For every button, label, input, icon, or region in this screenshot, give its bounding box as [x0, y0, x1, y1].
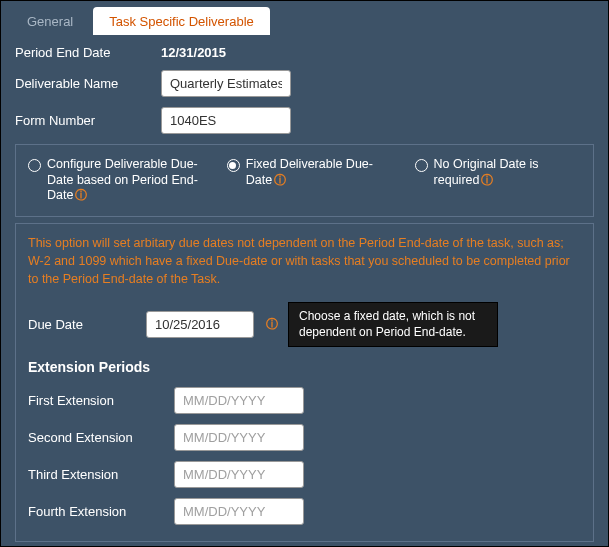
tab-task-specific-deliverable[interactable]: Task Specific Deliverable: [93, 7, 270, 35]
radio-configure-due-date[interactable]: Configure Deliverable Due-Date based on …: [28, 157, 205, 204]
info-icon[interactable]: ⓘ: [274, 173, 286, 188]
due-date-tooltip: Choose a fixed date, which is not depend…: [288, 302, 498, 347]
period-end-date-value: 12/31/2015: [161, 45, 226, 60]
info-icon[interactable]: ⓘ: [266, 316, 278, 333]
first-extension-input[interactable]: [174, 387, 304, 414]
radio-configure-label: Configure Deliverable Due-Date based on …: [47, 157, 198, 202]
fourth-extension-input[interactable]: [174, 498, 304, 525]
period-end-date-label: Period End Date: [15, 45, 161, 60]
first-extension-label: First Extension: [28, 393, 174, 408]
deliverable-name-input[interactable]: [161, 70, 291, 97]
tab-bar: General Task Specific Deliverable: [1, 1, 608, 35]
tab-general[interactable]: General: [11, 7, 89, 35]
second-extension-label: Second Extension: [28, 430, 174, 445]
radio-icon: [415, 159, 428, 172]
form-content: Period End Date 12/31/2015 Deliverable N…: [1, 35, 608, 542]
radio-fixed-label: Fixed Deliverable Due-Date: [246, 157, 373, 187]
third-extension-input[interactable]: [174, 461, 304, 488]
fourth-extension-label: Fourth Extension: [28, 504, 174, 519]
info-icon[interactable]: ⓘ: [481, 173, 493, 188]
due-date-mode-box: Configure Deliverable Due-Date based on …: [15, 144, 594, 217]
radio-icon: [227, 159, 240, 172]
footer: ADD: [1, 542, 608, 547]
due-date-label: Due Date: [28, 317, 136, 332]
info-icon[interactable]: ⓘ: [75, 188, 87, 203]
form-number-input[interactable]: [161, 107, 291, 134]
help-text: This option will set arbitary due dates …: [28, 234, 581, 288]
radio-fixed-due-date[interactable]: Fixed Deliverable Due-Dateⓘ: [227, 157, 393, 188]
due-date-config-box: This option will set arbitary due dates …: [15, 223, 594, 543]
second-extension-input[interactable]: [174, 424, 304, 451]
deliverable-name-label: Deliverable Name: [15, 76, 161, 91]
form-number-label: Form Number: [15, 113, 161, 128]
due-date-input[interactable]: [146, 311, 254, 338]
radio-icon: [28, 159, 41, 172]
radio-no-original-date[interactable]: No Original Date is requiredⓘ: [415, 157, 581, 188]
third-extension-label: Third Extension: [28, 467, 174, 482]
extension-periods-title: Extension Periods: [28, 359, 581, 375]
